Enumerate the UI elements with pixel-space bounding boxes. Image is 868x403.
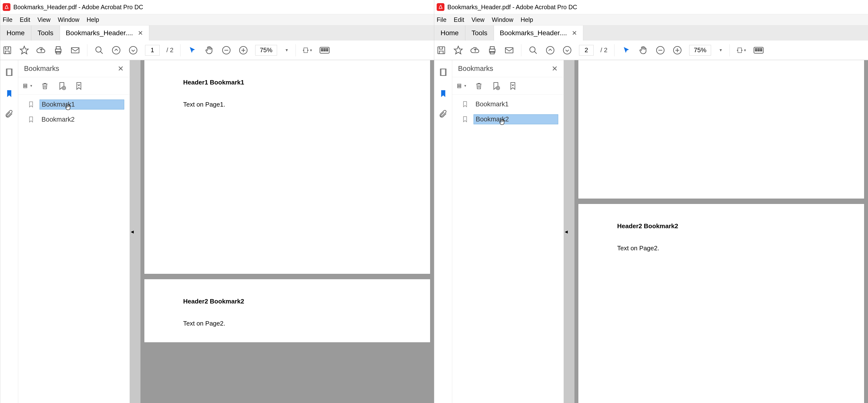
tab-document[interactable]: Bookmarks_Header.... ✕ [60,26,149,40]
zoom-out-icon[interactable] [221,45,231,55]
menu-edit[interactable]: Edit [20,16,30,23]
content-area: Bookmarks ✕ ▼ Bookmark1 Bookmark2 [0,60,434,403]
right-window: Bookmarks_Header.pdf - Adobe Acrobat Pro… [434,0,868,403]
menu-edit[interactable]: Edit [454,16,464,23]
bookmark-label: Bookmark1 [473,99,558,109]
tab-home[interactable]: Home [434,26,465,40]
hand-tool-icon[interactable] [204,45,214,55]
menu-help[interactable]: Help [87,16,99,23]
bookmark-item[interactable]: Bookmark2 [21,113,127,126]
zoom-dropdown-icon[interactable]: ▼ [285,48,289,52]
svg-rect-44 [760,49,762,50]
svg-rect-41 [755,50,757,51]
hand-tool-icon[interactable] [638,45,648,55]
mail-icon[interactable] [504,45,514,55]
select-tool-icon[interactable] [187,45,197,55]
navigation-tabs [434,60,452,403]
page-number-input[interactable] [145,45,160,56]
menu-view[interactable]: View [471,16,485,23]
bookmarks-tab-icon[interactable] [4,88,14,98]
svg-rect-17 [323,50,325,51]
tab-home[interactable]: Home [0,26,31,40]
mouse-cursor-icon [65,104,71,111]
svg-point-8 [112,46,120,54]
save-icon[interactable] [2,45,12,55]
bookmark-item[interactable]: Bookmark1 [21,97,127,111]
bookmark-item[interactable]: Bookmark2 [455,112,561,126]
page-number-input[interactable] [579,45,594,56]
save-icon[interactable] [436,45,446,55]
page-column: Header1 Bookmark1 Text on Page1. Header2… [141,60,434,403]
collapse-panel-icon[interactable]: ◀ [130,225,135,238]
menu-window[interactable]: Window [58,16,79,23]
svg-point-35 [563,46,571,54]
page-column: Header2 Bookmark2 Text on Page2. [575,60,868,403]
cloud-upload-icon[interactable] [470,45,480,55]
tab-close-icon[interactable]: ✕ [138,29,143,37]
bookmarks-panel-header: Bookmarks ✕ [452,60,563,77]
menu-file[interactable]: File [3,16,12,23]
zoom-in-icon[interactable] [238,45,248,55]
expand-bookmark-icon[interactable] [74,81,84,91]
cloud-upload-icon[interactable] [36,45,46,55]
svg-rect-30 [490,47,494,49]
star-icon[interactable] [19,45,29,55]
tab-document[interactable]: Bookmarks_Header.... ✕ [494,26,583,40]
bookmark-label: Bookmark2 [39,115,124,124]
document-view[interactable]: ◀ Header2 Bookmark2 Text on Page2. [564,60,868,403]
bookmark-icon [28,100,36,109]
collapse-panel-icon[interactable]: ◀ [564,225,569,238]
close-panel-icon[interactable]: ✕ [118,64,124,73]
select-tool-icon[interactable] [621,45,631,55]
star-icon[interactable] [453,45,463,55]
read-mode-icon[interactable] [319,45,330,55]
new-bookmark-icon[interactable] [57,81,67,91]
thumbnails-tab-icon[interactable] [438,67,448,78]
new-bookmark-icon[interactable] [491,81,501,91]
fit-width-icon[interactable]: ▼ [303,45,313,55]
tab-close-icon[interactable]: ✕ [572,29,577,37]
thumbnails-tab-icon[interactable] [4,67,14,78]
zoom-level-field[interactable]: 75% [689,45,711,56]
menu-view[interactable]: View [37,16,51,23]
mail-icon[interactable] [70,45,80,55]
svg-rect-31 [490,52,494,54]
expand-bookmark-icon[interactable] [508,81,518,91]
bookmarks-toolbar: ▼ [452,77,563,95]
bookmark-options-icon[interactable]: ▼ [23,81,33,91]
tabbar: Home Tools Bookmarks_Header.... ✕ [0,26,434,40]
zoom-out-icon[interactable] [655,45,665,55]
tab-tools[interactable]: Tools [465,26,494,40]
document-view[interactable]: ◀ Header1 Bookmark1 Text on Page1. Heade… [130,60,434,403]
close-panel-icon[interactable]: ✕ [552,64,558,73]
search-icon[interactable] [94,45,104,55]
bookmark-options-icon[interactable]: ▼ [457,81,467,91]
bookmarks-panel-title: Bookmarks [24,64,59,73]
zoom-level-field[interactable]: 75% [255,45,277,56]
menu-file[interactable]: File [437,16,446,23]
bookmark-item[interactable]: Bookmark1 [455,97,561,111]
print-icon[interactable] [487,45,497,55]
attachments-tab-icon[interactable] [4,109,14,119]
print-icon[interactable] [53,45,63,55]
page-up-icon[interactable] [111,45,121,55]
menu-window[interactable]: Window [492,16,513,23]
fit-width-icon[interactable]: ▼ [737,45,747,55]
zoom-dropdown-icon[interactable]: ▼ [719,48,723,52]
svg-rect-18 [326,49,328,50]
toolbar-divider [730,44,730,56]
page-down-icon[interactable] [128,45,138,55]
page-down-icon[interactable] [562,45,572,55]
bookmarks-tab-icon[interactable] [438,88,448,98]
menu-help[interactable]: Help [521,16,533,23]
tab-tools[interactable]: Tools [31,26,60,40]
delete-bookmark-icon[interactable] [474,81,484,91]
search-icon[interactable] [528,45,538,55]
tab-document-label: Bookmarks_Header.... [500,29,567,37]
attachments-tab-icon[interactable] [438,109,448,119]
read-mode-icon[interactable] [753,45,764,55]
zoom-in-icon[interactable] [672,45,682,55]
page-body-text: Text on Page2. [617,244,825,252]
page-up-icon[interactable] [545,45,555,55]
delete-bookmark-icon[interactable] [40,81,50,91]
